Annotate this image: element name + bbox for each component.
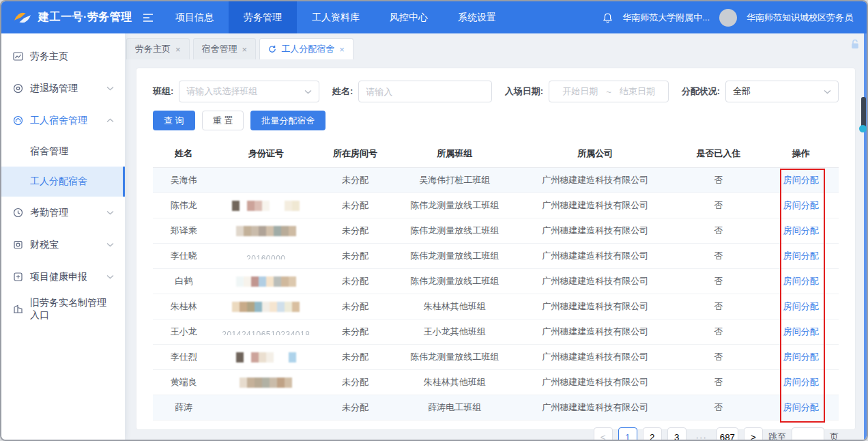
jump-page-input[interactable]	[792, 427, 824, 441]
date-range-picker[interactable]: 开始日期 ~ 结束日期	[549, 81, 669, 102]
room-number: 未分配	[317, 395, 393, 421]
close-icon[interactable]: ×	[242, 44, 248, 55]
worker-id-masked	[214, 294, 317, 319]
table-row: 郑译乘未分配陈伟龙测量放线工班组广州穗建建造科技有限公司否房间分配	[153, 218, 839, 244]
room-assign-link[interactable]: 房间分配	[783, 251, 819, 261]
nav-item-2[interactable]: 劳务管理	[229, 1, 297, 33]
tab-2[interactable]: 宿舍管理×	[193, 38, 257, 59]
room-assign-link[interactable]: 房间分配	[783, 377, 819, 387]
column-header-6: 是否已入住	[674, 140, 764, 168]
sidebar-item-3[interactable]: 工人宿舍管理	[1, 104, 125, 137]
action-cell: 房间分配	[763, 370, 839, 395]
date-start-placeholder: 开始日期	[562, 85, 598, 98]
chevron-down-icon	[106, 242, 114, 247]
checked-in-status: 否	[674, 370, 764, 395]
scrollbar-knob[interactable]	[859, 125, 867, 132]
avatar[interactable]	[719, 9, 737, 27]
sidebar-item-label: 劳务主页	[30, 51, 68, 63]
dashboard-icon	[12, 51, 23, 61]
sidebar-item-label: 项目健康申报	[30, 271, 87, 283]
page-button-1[interactable]: 1	[618, 427, 637, 441]
nav-item-4[interactable]: 风控中心	[375, 1, 443, 33]
company-name: 广州穗建建造科技有限公司	[517, 294, 674, 319]
masked-id-mosaic	[236, 276, 296, 287]
search-button[interactable]: 查 询	[153, 111, 195, 130]
company-name: 广州穗建建造科技有限公司	[517, 218, 674, 244]
column-header-5: 所属公司	[517, 140, 674, 168]
masked-id-mosaic	[232, 302, 300, 312]
checked-in-status: 否	[674, 244, 764, 269]
room-assign-link[interactable]: 房间分配	[783, 200, 819, 210]
sidebar-item-2[interactable]: 进退场管理	[1, 72, 125, 104]
collapse-menu-icon[interactable]	[143, 14, 154, 22]
team-name: 吴海伟打桩工班组	[393, 168, 517, 193]
chevron-down-icon	[106, 210, 114, 215]
sidebar-item-7[interactable]: 旧劳务实名制管理入口	[1, 293, 125, 325]
tab-label: 工人分配宿舍	[281, 43, 334, 55]
checked-in-status: 否	[674, 193, 764, 218]
chevron-down-icon	[824, 89, 831, 94]
room-number: 未分配	[317, 244, 393, 269]
sidebar-item-6[interactable]: 项目健康申报	[1, 261, 125, 293]
sidebar-item-1[interactable]: 劳务主页	[1, 40, 125, 72]
column-header-1: 姓名	[153, 140, 214, 168]
room-assign-link[interactable]: 房间分配	[783, 175, 819, 185]
project-name[interactable]: 华南师范大学附属中...	[622, 12, 710, 24]
workers-table: 姓名身份证号所在房间号所属班组所属公司是否已入住操作 吴海伟未分配吴海伟打桩工班…	[153, 140, 839, 421]
scrollbar-thumb[interactable]	[861, 97, 866, 128]
page-button-3[interactable]: 3	[667, 427, 686, 441]
room-assign-link[interactable]: 房间分配	[783, 402, 819, 412]
room-assign-link[interactable]: 房间分配	[783, 276, 819, 286]
tab-3[interactable]: 工人分配宿舍×	[259, 38, 353, 59]
name-input[interactable]	[358, 81, 492, 102]
team-label: 班组:	[153, 85, 173, 98]
team-select[interactable]: 请输入或选择班组	[179, 81, 319, 102]
worker-name: 李仕烈	[153, 345, 214, 370]
finance-icon	[12, 240, 23, 250]
sidebar-subitem-3-2[interactable]: 工人分配宿舍	[1, 167, 125, 197]
chevron-down-icon	[106, 86, 114, 91]
room-assign-link[interactable]: 房间分配	[783, 352, 819, 362]
team-name: 陈伟龙测量放线工班组	[393, 193, 517, 218]
user-name[interactable]: 华南师范知识城校区劳务员	[747, 12, 853, 24]
close-icon[interactable]: ×	[339, 44, 345, 55]
nav-item-1[interactable]: 项目信息	[160, 1, 229, 33]
company-name: 广州穗建建造科技有限公司	[517, 370, 674, 395]
tab-1[interactable]: 劳务主页×	[126, 38, 190, 59]
room-number: 未分配	[317, 218, 393, 244]
nav-item-5[interactable]: 系统设置	[443, 1, 511, 33]
refresh-icon[interactable]	[268, 45, 276, 53]
sidebar-item-4[interactable]: 考勤管理	[1, 197, 125, 229]
room-assign-link[interactable]: 房间分配	[783, 225, 819, 236]
company-name: 广州穗建建造科技有限公司	[517, 319, 674, 345]
room-assign-link[interactable]: 房间分配	[783, 326, 819, 337]
chevron-up-icon	[106, 118, 114, 123]
sidebar-subitem-3-1[interactable]: 宿舍管理	[1, 137, 125, 167]
checked-in-status: 否	[674, 168, 764, 193]
batch-assign-button[interactable]: 批量分配宿舍	[250, 111, 326, 130]
table-row: 王小龙201424106510234018未分配王小龙其他班组广州穗建建造科技有…	[153, 319, 839, 345]
action-cell: 房间分配	[763, 294, 839, 319]
checked-in-status: 否	[674, 269, 764, 294]
room-assign-link[interactable]: 房间分配	[783, 301, 819, 311]
pagination-ellipsis: ···	[692, 427, 711, 441]
lock-icon[interactable]	[850, 39, 860, 49]
jump-suffix-label: 页	[830, 431, 839, 441]
page-button-687[interactable]: 687	[717, 427, 738, 441]
sidebar-item-5[interactable]: 财税宝	[1, 229, 125, 261]
nav-item-3[interactable]: 工人资料库	[297, 1, 375, 33]
reset-button[interactable]: 重 置	[202, 111, 244, 130]
worker-name: 薛涛	[153, 395, 214, 421]
next-page-button[interactable]: >	[744, 427, 763, 441]
table-header-row: 姓名身份证号所在房间号所属班组所属公司是否已入住操作	[153, 140, 839, 168]
notification-bell-icon[interactable]	[603, 12, 613, 23]
status-select[interactable]: 全部	[725, 81, 839, 102]
worker-name: 吴海伟	[153, 168, 214, 193]
page-button-2[interactable]: 2	[643, 427, 662, 441]
entry-date-label: 入场日期:	[505, 85, 543, 98]
filter-status: 分配状况: 全部	[682, 81, 839, 102]
close-icon[interactable]: ×	[175, 44, 181, 55]
prev-page-button[interactable]: <	[594, 427, 613, 441]
worker-id-masked: 20160000	[214, 244, 317, 269]
top-nav-items: 项目信息劳务管理工人资料库风控中心系统设置	[160, 1, 511, 33]
